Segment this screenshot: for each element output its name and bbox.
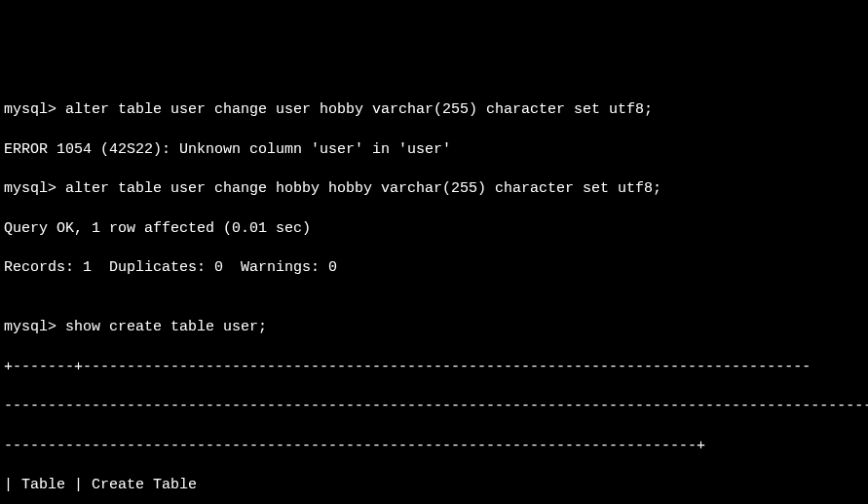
records-line: Records: 1 Duplicates: 0 Warnings: 0 [4,258,864,278]
table-border-top-2: ----------------------------------------… [4,397,864,416]
error-line: ERROR 1054 (42S22): Unknown column 'user… [4,140,864,160]
table-border-top-3: ----------------------------------------… [4,437,864,456]
command-line-2: mysql> alter table user change hobby hob… [4,179,864,199]
table-header-line-1: | Table | Create Table [4,476,864,495]
table-border-top-1: +-------+-------------------------------… [4,358,864,377]
terminal-output[interactable]: mysql> alter table user change user hobb… [4,81,864,504]
command-line-1: mysql> alter table user change user hobb… [4,100,864,120]
query-ok-line: Query OK, 1 row affected (0.01 sec) [4,219,864,239]
command-line-3: mysql> show create table user; [4,318,864,337]
